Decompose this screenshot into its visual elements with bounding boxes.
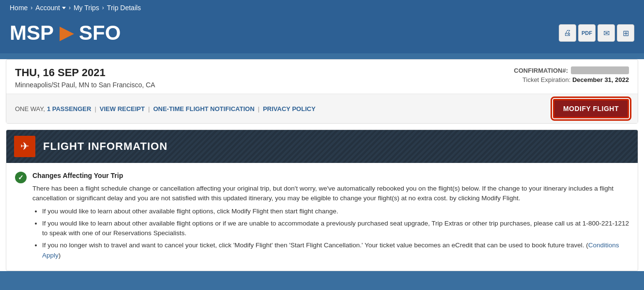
flight-info-header: ✈ FLIGHT INFORMATION [6,130,638,163]
account-dropdown-arrow [62,7,66,9]
modify-flight-button[interactable]: MODIFY FLIGHT [553,99,629,118]
confirmation-section: CONFIRMATION#: Ticket Expiration: Decemb… [514,66,629,83]
trip-actions-bar: ONE WAY, 1 PASSENGER | VIEW RECEIPT | ON… [6,94,638,123]
bullet3-suffix: ) [59,252,61,259]
trip-info-header: THU, 16 SEP 2021 Minneapolis/St Paul, MN… [6,60,638,94]
breadcrumb: Home › Account › My Trips › Trip Details [0,0,644,16]
changes-text: Changes Affecting Your Trip There has be… [32,171,629,263]
bullet-2: If you would like to learn about other a… [42,219,629,239]
changes-notice: Changes Affecting Your Trip There has be… [6,163,638,271]
sep1: › [31,4,32,11]
privacy-link[interactable]: PRIVACY POLICY [263,105,316,113]
ticket-expiration: Ticket Expiration: December 31, 2022 [514,76,629,83]
grid-icon: ⊞ [623,29,629,38]
main-content: THU, 16 SEP 2021 Minneapolis/St Paul, MN… [0,59,644,271]
changes-title: Changes Affecting Your Trip [32,171,629,181]
print-icon: 🖨 [564,29,571,37]
confirmation-number [571,66,629,74]
route-arrow-icon: ▶ [60,23,73,43]
changes-list: If you would like to learn about other a… [42,207,629,260]
check-circle-icon [15,172,27,183]
sep-pipe1: | [94,105,96,113]
flight-icon-box: ✈ [14,136,35,157]
page-header: MSP ▶ SFO 🖨 PDF ✉ ⊞ [0,16,644,53]
trip-actions-left: ONE WAY, 1 PASSENGER | VIEW RECEIPT | ON… [15,105,316,113]
sep-pipe3: | [258,105,260,113]
trip-info-card: THU, 16 SEP 2021 Minneapolis/St Paul, MN… [6,59,638,124]
flight-info-title: FLIGHT INFORMATION [43,140,168,153]
passenger-count-link[interactable]: 1 PASSENGER [47,105,92,113]
nav-account[interactable]: Account [35,4,66,12]
grid-button[interactable]: ⊞ [617,24,634,42]
print-button[interactable]: 🖨 [559,24,576,42]
nav-my-trips[interactable]: My Trips [74,4,99,12]
route-title: MSP ▶ SFO [10,21,121,45]
confirmation-label: CONFIRMATION#: [514,66,629,74]
origin-code: MSP [10,21,54,45]
pdf-icon: PDF [582,30,592,36]
changes-body: There has been a flight schedule change … [32,185,613,202]
nav-trip-details: Trip Details [107,4,141,12]
bullet-3: If you no longer wish to travel and want… [42,241,629,260]
email-icon: ✉ [603,29,610,38]
email-button[interactable]: ✉ [598,24,615,42]
nav-home[interactable]: Home [10,4,28,12]
flight-info-section: ✈ FLIGHT INFORMATION Changes Affecting Y… [6,129,638,271]
bullet-1: If you would like to learn about other a… [42,207,629,216]
trip-left: THU, 16 SEP 2021 Minneapolis/St Paul, MN… [15,66,155,89]
trip-date: THU, 16 SEP 2021 [15,66,155,79]
view-receipt-link[interactable]: VIEW RECEIPT [100,105,145,113]
destination-code: SFO [79,21,121,45]
bullet3-prefix: If you no longer wish to travel and want… [42,242,588,249]
trip-type-label: ONE WAY, [15,105,45,113]
expiration-date: December 31, 2022 [572,76,629,83]
sep3: › [102,4,104,11]
sep-pipe2: | [148,105,150,113]
plane-icon: ✈ [20,140,29,153]
sep2: › [69,4,71,11]
pdf-button[interactable]: PDF [578,24,596,42]
trip-route: Minneapolis/St Paul, MN to San Francisco… [15,81,155,89]
toolbar: 🖨 PDF ✉ ⊞ [559,24,634,42]
notification-link[interactable]: ONE-TIME FLIGHT NOTIFICATION [153,105,254,113]
